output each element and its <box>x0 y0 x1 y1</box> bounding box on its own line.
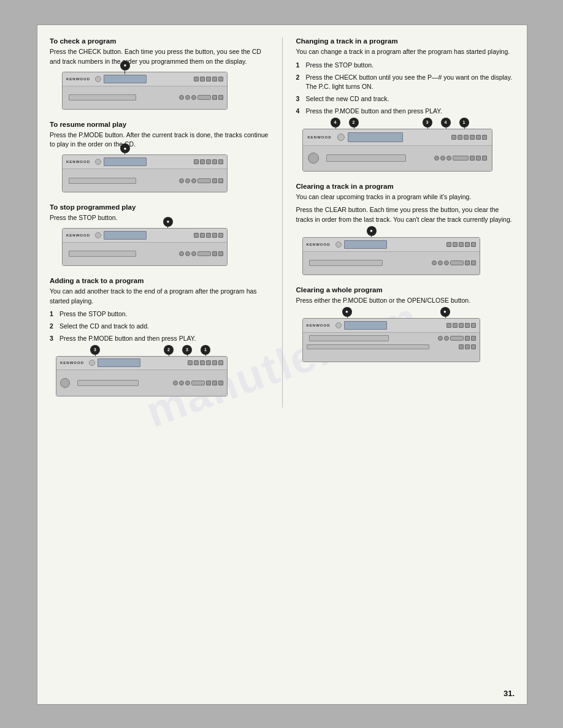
cd-player-top-3: KENWOOD <box>63 229 227 243</box>
cd-btn-3 <box>206 77 211 82</box>
bottom-btn-2 <box>185 95 190 100</box>
cd-knob-sm <box>95 76 101 82</box>
section-clearing-track: Clearing a track in a program You can cl… <box>296 183 515 275</box>
clearing-track-body2: Press the CLEAR button. Each time you pr… <box>296 205 515 225</box>
section-resume-play: To resume normal play Press the P.MODE b… <box>50 121 269 193</box>
cd-player-top: KENWOOD <box>63 72 227 86</box>
adding-dot-1: 1 <box>201 345 210 355</box>
left-column: To check a program Press the CHECK butto… <box>50 37 269 408</box>
cd-buttons <box>194 77 223 82</box>
cd-display-2 <box>104 157 147 166</box>
cd-player-whole: KENWOOD <box>302 318 480 362</box>
clear-track-dot: ● <box>367 226 377 236</box>
bottom-buttons-2 <box>179 178 223 183</box>
cd-btn-4 <box>212 77 217 82</box>
cd-btn-5 <box>218 77 223 82</box>
adding-track-diagram: 3 2 3 1 KENWOOD <box>56 356 269 396</box>
cd-slot-2 <box>69 178 136 184</box>
changing-step-3: 3 Select the new CD and track. <box>296 94 515 104</box>
cd-knob-sm-2 <box>95 159 101 165</box>
adding-step-3: 3 Press the P.MODE button and then press… <box>50 334 269 344</box>
page: manutle.com To check a program Press the… <box>37 25 527 705</box>
cd-brand: KENWOOD <box>66 77 90 81</box>
section-adding-track: Adding a track to a program You can add … <box>50 277 269 396</box>
adding-track-body: You can add another track to the end of … <box>50 287 269 306</box>
adding-step-1: 1 Press the STOP button. <box>50 309 269 319</box>
cd-player-clearing: KENWOOD <box>302 237 480 275</box>
section-clearing-whole: Clearing a whole program Press either th… <box>296 286 515 362</box>
chg-dot-4a: 4 <box>331 118 340 127</box>
stop-programmed-body: Press the STOP button. <box>50 213 269 223</box>
diagram-dot-1: ● <box>120 61 130 70</box>
clearing-track-title: Clearing a track in a program <box>296 183 515 190</box>
clearing-whole-body: Press either the P.MODE button or the OP… <box>296 296 515 306</box>
bottom-btn-5 <box>218 95 223 100</box>
chg-dot-4b: 4 <box>441 118 451 127</box>
bottom-btn-1 <box>179 95 184 100</box>
stop-programmed-diagram: ● KENWOOD <box>62 228 269 266</box>
cd-player-adding: KENWOOD <box>56 356 228 396</box>
changing-step-2: 2 Press the CHECK button until you see t… <box>296 73 515 93</box>
adding-dot-3b: 3 <box>182 345 192 355</box>
bottom-btn-3 <box>191 95 196 100</box>
right-column: Changing a track in a program You can ch… <box>296 37 515 408</box>
stop-dot: ● <box>163 217 173 227</box>
resume-play-title: To resume normal play <box>50 121 269 128</box>
stop-programmed-title: To stop programmed play <box>50 203 269 211</box>
check-program-body: Press the CHECK button. Each time you pr… <box>50 47 269 67</box>
cd-brand-2: KENWOOD <box>66 160 90 164</box>
resume-play-body: Press the P.MODE button. After the curre… <box>50 131 269 150</box>
cd-player-bottom-3 <box>63 243 227 265</box>
changing-step-4: 4 Press the P.MODE button and then press… <box>296 107 515 116</box>
changing-track-title: Changing a track in a program <box>296 37 515 45</box>
adding-step-2: 2 Select the CD and track to add. <box>50 322 269 332</box>
chg-dot-1: 1 <box>459 118 469 127</box>
column-divider <box>282 37 283 408</box>
cd-player-bottom <box>63 86 227 109</box>
chg-dot-3: 3 <box>423 118 432 127</box>
cd-player-changing: KENWOOD <box>302 129 492 172</box>
clearing-track-body1: You can clear upcoming tracks in a progr… <box>296 192 515 202</box>
clear-whole-dot-1: ● <box>342 307 352 317</box>
changing-track-body: You can change a track in a program afte… <box>296 47 515 57</box>
adding-track-title: Adding a track to a program <box>50 277 269 284</box>
changing-step-1: 1 Press the STOP button. <box>296 61 515 70</box>
cd-player-diagram-1: KENWOOD <box>62 72 228 110</box>
bottom-btn-4 <box>212 95 217 100</box>
section-check-program: To check a program Press the CHECK butto… <box>50 37 269 110</box>
main-content: To check a program Press the CHECK butto… <box>50 37 515 408</box>
chg-dot-2: 2 <box>349 118 359 127</box>
clearing-whole-title: Clearing a whole program <box>296 286 515 294</box>
clearing-whole-diagram: ● ● KENWOOD <box>302 318 515 362</box>
clear-whole-dot-2: ● <box>440 307 450 317</box>
cd-slot <box>69 94 136 100</box>
check-program-diagram: ● KENWOOD <box>62 72 269 110</box>
cd-btn-1 <box>194 77 199 82</box>
cd-buttons-2 <box>194 159 223 164</box>
cd-player-top-2: KENWOOD <box>63 155 227 169</box>
adding-dot-2: 2 <box>164 345 174 355</box>
adding-dot-3a: 3 <box>90 345 100 355</box>
cd-display <box>104 75 147 83</box>
section-changing-track: Changing a track in a program You can ch… <box>296 37 515 172</box>
cd-player-diagram-3: KENWOOD <box>62 228 228 266</box>
bottom-wide-btn <box>197 95 211 100</box>
clearing-track-diagram: ● KENWOOD <box>302 237 515 275</box>
resume-play-diagram: ● KENWOOD <box>62 154 269 192</box>
section-stop-programmed: To stop programmed play Press the STOP b… <box>50 203 269 266</box>
cd-player-bottom-2 <box>63 169 227 192</box>
page-number: 31. <box>504 689 515 698</box>
changing-track-diagram: 4 2 3 4 1 KENWOOD <box>302 129 515 172</box>
bottom-buttons <box>179 95 223 100</box>
cd-player-diagram-2: KENWOOD <box>62 154 228 192</box>
resume-dot: ● <box>120 143 130 153</box>
check-program-title: To check a program <box>50 37 269 45</box>
cd-btn-2 <box>200 77 205 82</box>
